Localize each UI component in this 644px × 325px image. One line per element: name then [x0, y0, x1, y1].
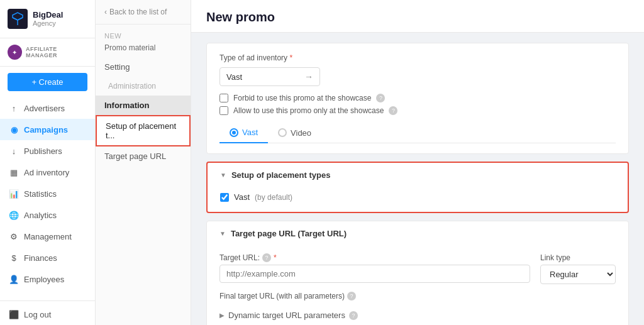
sidebar-item-label: Finances [24, 253, 57, 263]
circle-icon: ◉ [9, 124, 19, 135]
radio-vast [230, 128, 238, 137]
logo: BigDeal Agency [0, 0, 95, 38]
page-header: New promo [191, 0, 644, 33]
forbid-checkbox-row: Forbid to use this promo at the showcase… [219, 94, 616, 102]
stats-icon: 📊 [9, 189, 19, 199]
dynamic-url-label: Dynamic target URL parameters [228, 311, 345, 320]
target-section-title: Target page URL (Target URL) [231, 229, 347, 238]
sidebar-item-advertisers[interactable]: ↑ Advertisers [0, 97, 95, 119]
vast-label: Vast [234, 192, 250, 202]
sec-nav-setting[interactable]: Setting [96, 57, 191, 77]
main-content: New promo Type of ad inventory * Vast → … [191, 0, 644, 325]
placement-section-header[interactable]: ▼ Setup of placement types [208, 163, 628, 187]
dollar-icon: $ [9, 253, 19, 263]
logout-button[interactable]: ⬛ Log out [0, 304, 95, 325]
target-url-card: ▼ Target page URL (Target URL) Target UR… [206, 221, 629, 325]
link-type-select[interactable]: Regular [540, 265, 616, 284]
sidebar-item-label: Ad inventory [24, 168, 69, 177]
target-url-input[interactable] [219, 265, 530, 283]
back-link[interactable]: ‹ Back to the list of [96, 0, 191, 25]
affiliate-badge: ✦ AFFILIATE MANAGER [0, 38, 95, 67]
sidebar-item-label: Employees [24, 275, 64, 284]
sidebar-item-finances[interactable]: $ Finances [0, 247, 95, 268]
sidebar-item-statistics[interactable]: 📊 Statistics [0, 183, 95, 204]
sidebar-item-campaigns[interactable]: ◉ Campaigns [0, 119, 95, 140]
sidebar-item-label: Campaigns [24, 125, 68, 135]
placement-section-card: ▼ Setup of placement types Vast (by defa… [206, 162, 629, 213]
sec-nav-information[interactable]: Information [96, 96, 191, 115]
brand-name: BigDeal [33, 10, 63, 20]
ad-inventory-select-row: Vast → [219, 67, 616, 86]
forbid-label: Forbid to use this promo at the showcase [233, 94, 371, 102]
create-button[interactable]: + Create [8, 73, 87, 91]
left-sidebar: BigDeal Agency ✦ AFFILIATE MANAGER + Cre… [0, 0, 96, 325]
tab-row: Vast Video [219, 123, 616, 143]
link-type-label: Link type [540, 253, 616, 262]
tab-video[interactable]: Video [268, 123, 321, 143]
forbid-checkbox[interactable] [219, 94, 228, 102]
svg-rect-0 [8, 9, 28, 29]
bar-chart-icon: ▦ [9, 167, 19, 177]
brand-sub: Agency [33, 19, 63, 28]
dynamic-url-row[interactable]: ▶ Dynamic target URL parameters ? [207, 306, 628, 325]
sec-nav-administration[interactable]: Administration [96, 77, 191, 96]
target-url-label: Target URL: ? * [219, 253, 530, 262]
secondary-sidebar: ‹ Back to the list of New Promo material… [96, 0, 191, 325]
ad-inventory-select[interactable]: Vast → [219, 67, 320, 86]
affiliate-label: AFFILIATE MANAGER [26, 46, 87, 58]
radio-video [278, 128, 287, 137]
sidebar-item-label: Publishers [24, 146, 62, 156]
logo-icon [8, 9, 28, 29]
chevron-down-icon: ▼ [220, 172, 226, 179]
allow-checkbox-row: Allow to use this promo only at the show… [219, 106, 616, 115]
sidebar-item-label: Advertisers [24, 104, 65, 113]
vast-checkbox[interactable] [220, 193, 229, 202]
required-marker: * [289, 53, 292, 62]
gear-icon: ⚙ [9, 231, 19, 241]
logout-icon: ⬛ [9, 309, 19, 319]
group-title: New [96, 25, 191, 42]
target-url-form-row: Target URL: ? * Link type Regular [207, 246, 628, 289]
placement-section-title: Setup of placement types [231, 170, 330, 180]
placement-section-body: Vast (by default) [208, 187, 628, 212]
download-icon: ↓ [9, 146, 19, 156]
target-url-help-icon[interactable]: ? [262, 253, 271, 262]
target-url-group: Target URL: ? * [219, 253, 530, 283]
tab-vast-label: Vast [242, 128, 258, 137]
sec-nav-setup-placement[interactable]: Setup of placement t... [96, 115, 191, 146]
sidebar-item-label: Management [24, 232, 72, 241]
main-body: Type of ad inventory * Vast → Forbid to … [191, 33, 644, 325]
sec-nav-target-page[interactable]: Target page URL [96, 146, 191, 166]
sidebar-item-employees[interactable]: 👤 Employees [0, 268, 95, 290]
sidebar-item-management[interactable]: ⚙ Management [0, 226, 95, 247]
globe-icon: 🌐 [9, 210, 19, 220]
back-label: Back to the list of [109, 8, 167, 16]
tab-video-label: Video [291, 128, 311, 138]
logout-label: Log out [24, 310, 51, 319]
sidebar-item-label: Statistics [24, 189, 57, 199]
allow-checkbox[interactable] [219, 106, 228, 115]
default-badge: (by default) [255, 193, 292, 202]
final-url-row: Final target URL (with all parameters) ? [207, 289, 628, 306]
tab-vast[interactable]: Vast [219, 123, 268, 143]
final-url-label: Final target URL (with all parameters) [219, 292, 345, 300]
allow-label: Allow to use this promo only at the show… [233, 106, 384, 115]
target-section-header[interactable]: ▼ Target page URL (Target URL) [207, 221, 628, 246]
allow-help-icon[interactable]: ? [389, 106, 397, 115]
person-icon: 👤 [9, 274, 19, 284]
dynamic-url-help-icon[interactable]: ? [349, 311, 358, 320]
chevron-right-icon: ▶ [219, 312, 225, 319]
forbid-help-icon[interactable]: ? [376, 94, 385, 102]
page-title: New promo [206, 10, 629, 25]
sidebar-item-analytics[interactable]: 🌐 Analytics [0, 204, 95, 226]
vast-check-item: Vast (by default) [220, 192, 615, 202]
sidebar-item-label: Analytics [24, 211, 57, 220]
sidebar-item-publishers[interactable]: ↓ Publishers [0, 140, 95, 162]
upload-icon: ↑ [9, 103, 19, 113]
final-url-help-icon[interactable]: ? [347, 292, 356, 300]
link-type-group: Link type Regular [540, 253, 616, 284]
ad-inventory-card: Type of ad inventory * Vast → Forbid to … [206, 43, 629, 154]
group-subtitle: Promo material [96, 42, 191, 57]
sidebar-item-ad-inventory[interactable]: ▦ Ad inventory [0, 162, 95, 183]
affiliate-icon: ✦ [8, 45, 22, 60]
